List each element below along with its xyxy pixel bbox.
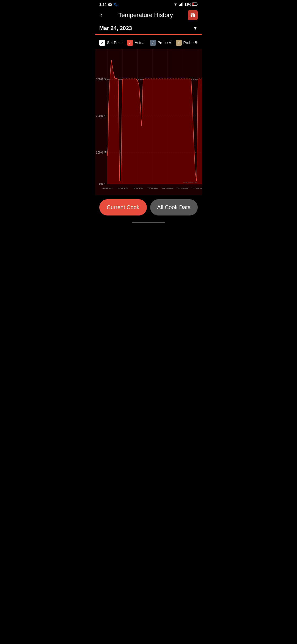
svg-text:300.0 °F: 300.0 °F [96, 78, 106, 81]
date-divider [95, 34, 202, 35]
checkbox-set-point: ✓ [99, 40, 105, 46]
chevron-down-icon: ▼ [193, 25, 198, 31]
current-cook-button[interactable]: Current Cook [99, 199, 147, 215]
chart-svg: 300.0 °F 200.0 °F 100.0 °F 0.0 °F GrillC… [95, 49, 202, 195]
battery-icon [192, 2, 198, 7]
svg-rect-2 [180, 4, 181, 6]
legend-actual[interactable]: ✓ Actual [127, 40, 145, 46]
svg-text:03:08 PM: 03:08 PM [193, 187, 202, 190]
temperature-chart: 300.0 °F 200.0 °F 100.0 °F 0.0 °F GrillC… [95, 49, 202, 195]
page-title: Temperature History [119, 12, 173, 19]
svg-rect-6 [197, 4, 198, 5]
svg-text:02:18 PM: 02:18 PM [178, 187, 188, 190]
svg-text:12:38 PM: 12:38 PM [147, 187, 158, 190]
checkbox-actual: ✓ [127, 40, 133, 46]
svg-text:01:28 PM: 01:28 PM [163, 187, 173, 190]
legend-probe-a[interactable]: ✓ Probe A [150, 40, 171, 46]
legend-probe-b-label: Probe B [183, 40, 197, 45]
legend-actual-label: Actual [135, 40, 145, 45]
svg-rect-3 [181, 3, 182, 6]
svg-text:11:48 AM: 11:48 AM [132, 187, 143, 190]
notification-icon: 🐾 [113, 2, 118, 7]
back-icon: ‹ [100, 12, 102, 18]
back-button[interactable]: ‹ [99, 10, 103, 20]
nav-bar-indicator [132, 222, 165, 223]
nav-indicator [95, 220, 202, 225]
date-selector[interactable]: Mar 24, 2023 ▼ [95, 23, 202, 34]
checkbox-probe-b: ✓ [176, 40, 182, 46]
svg-rect-7 [193, 3, 194, 5]
svg-text:100.0 °F: 100.0 °F [96, 151, 106, 154]
save-icon [190, 12, 196, 18]
photo-icon: 🖼 [108, 2, 112, 7]
all-cook-data-button[interactable]: All Cook Data [150, 199, 198, 215]
svg-text:10:58 AM: 10:58 AM [117, 187, 128, 190]
legend-probe-b[interactable]: ✓ Probe B [176, 40, 197, 46]
svg-text:10:08 AM: 10:08 AM [102, 187, 112, 190]
svg-text:GrillControl Lite: GrillControl Lite [183, 182, 197, 184]
bottom-buttons: Current Cook All Cook Data [95, 195, 202, 220]
selected-date: Mar 24, 2023 [99, 25, 132, 31]
save-button[interactable] [188, 10, 198, 20]
time-display: 3:24 [99, 2, 106, 7]
status-bar: 3:24 🖼 🐾 13% [95, 0, 202, 8]
battery-percent: 13% [185, 3, 191, 7]
wifi-icon [173, 2, 178, 7]
header: ‹ Temperature History [95, 8, 202, 23]
legend: ✓ Set Point ✓ Actual ✓ Probe A ✓ Probe B [95, 37, 202, 49]
legend-probe-a-label: Probe A [158, 40, 171, 45]
svg-text:200.0 °F: 200.0 °F [96, 114, 106, 118]
legend-set-point[interactable]: ✓ Set Point [99, 40, 123, 46]
svg-rect-1 [179, 5, 180, 6]
status-right: 13% [173, 2, 198, 7]
checkbox-probe-a: ✓ [150, 40, 156, 46]
svg-text:0.0 °F: 0.0 °F [99, 182, 106, 185]
svg-point-0 [175, 6, 176, 6]
status-left: 3:24 🖼 🐾 [99, 2, 118, 7]
svg-rect-4 [182, 2, 183, 6]
legend-set-point-label: Set Point [107, 40, 123, 45]
signal-icon [179, 2, 183, 7]
